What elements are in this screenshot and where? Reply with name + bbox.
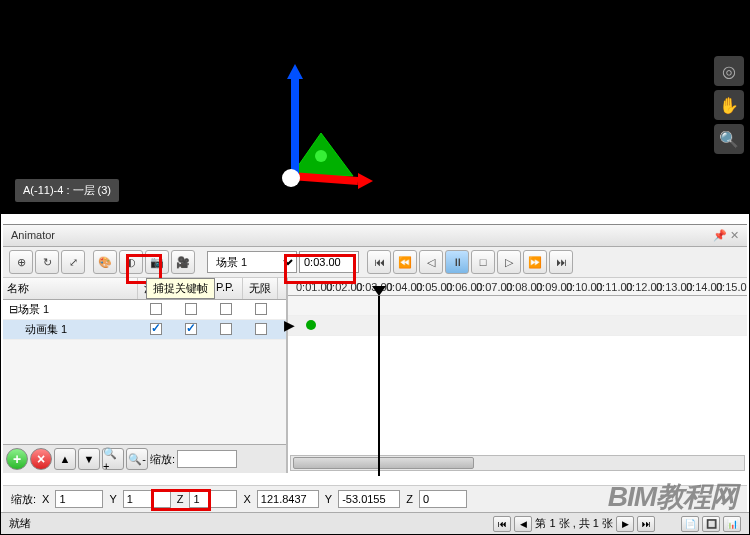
checkbox[interactable]: [150, 323, 162, 335]
cz-label: Z: [406, 493, 413, 505]
col-infinite: 无限: [243, 278, 278, 299]
svg-point-6: [282, 169, 300, 187]
zoom-in-button[interactable]: 🔍+: [102, 448, 124, 470]
checkbox[interactable]: [185, 323, 197, 335]
page-prev-button[interactable]: ◀: [514, 516, 532, 532]
cy-label: Y: [325, 493, 332, 505]
step-back-button[interactable]: ⏪: [393, 250, 417, 274]
orbit-icon[interactable]: ◎: [714, 56, 744, 86]
step-fwd-button[interactable]: ⏩: [523, 250, 547, 274]
pause-button[interactable]: ⏸: [445, 250, 469, 274]
timeline-panel: 0:01.000:02.000:03.000:04.000:05.000:06.…: [288, 278, 747, 473]
animator-toolbar: ⊕ ↻ ⤢ 🎨 ◐ 📷 🎥 场景 1 ⏮ ⏪ ◁ ⏸ □ ▷ ⏩ ⏭: [3, 247, 747, 278]
status-icon[interactable]: 🔲: [702, 516, 720, 532]
svg-marker-5: [287, 64, 303, 79]
stop-button[interactable]: □: [471, 250, 495, 274]
camera-button[interactable]: 🎥: [171, 250, 195, 274]
checkbox[interactable]: [255, 323, 267, 335]
status-ready: 就绪: [9, 516, 31, 531]
status-icon[interactable]: 📄: [681, 516, 699, 532]
center-y-input[interactable]: [338, 490, 400, 508]
color-button[interactable]: 🎨: [93, 250, 117, 274]
translate-button[interactable]: ⊕: [9, 250, 33, 274]
center-x-input[interactable]: [257, 490, 319, 508]
page-info: 第 1 张 , 共 1 张: [535, 516, 613, 531]
y-label: Y: [109, 493, 116, 505]
playhead[interactable]: [378, 296, 380, 476]
tree-row[interactable]: 动画集 1: [3, 320, 286, 340]
page-first-button[interactable]: ⏮: [493, 516, 511, 532]
pan-icon[interactable]: ✋: [714, 90, 744, 120]
end-button[interactable]: ⏭: [549, 250, 573, 274]
timeline-body[interactable]: ▶: [288, 296, 747, 453]
keyframe-marker[interactable]: [306, 320, 316, 330]
play-back-button[interactable]: ◁: [419, 250, 443, 274]
watermark: BIM教程网: [608, 478, 737, 516]
scale-button[interactable]: ⤢: [61, 250, 85, 274]
zoom-label: 缩放:: [150, 452, 175, 467]
cx-label: X: [243, 493, 250, 505]
page-last-button[interactable]: ⏭: [637, 516, 655, 532]
axis-gizmo: [273, 61, 403, 201]
rewind-button[interactable]: ⏮: [367, 250, 391, 274]
panel-title: Animator: [11, 229, 55, 242]
animator-panel: Animator 📌 ✕ ⊕ ↻ ⤢ 🎨 ◐ 📷 🎥 场景 1 ⏮ ⏪ ◁ ⏸ …: [3, 224, 747, 473]
scale-label: 缩放:: [11, 492, 36, 507]
page-next-button[interactable]: ▶: [616, 516, 634, 532]
status-icon[interactable]: 📊: [723, 516, 741, 532]
x-label: X: [42, 493, 49, 505]
move-down-button[interactable]: ▼: [78, 448, 100, 470]
add-button[interactable]: +: [6, 448, 28, 470]
highlight-box: [284, 254, 356, 284]
track-indicator-icon: ▶: [284, 317, 295, 333]
pager: ⏮ ◀ 第 1 张 , 共 1 张 ▶ ⏭ 📄 🔲 📊: [493, 516, 741, 532]
highlight-box: [151, 489, 211, 511]
timeline-scrollbar[interactable]: [290, 455, 745, 471]
close-icon[interactable]: ✕: [730, 229, 739, 241]
timeline-ruler[interactable]: 0:01.000:02.000:03.000:04.000:05.000:06.…: [288, 278, 747, 296]
checkbox[interactable]: [150, 303, 162, 315]
center-z-input[interactable]: [419, 490, 467, 508]
svg-marker-3: [358, 173, 373, 189]
tree-row[interactable]: ⊟场景 1: [3, 300, 286, 320]
tooltip: 捕捉关键帧: [146, 278, 215, 299]
checkbox[interactable]: [185, 303, 197, 315]
zoom-input[interactable]: [177, 450, 237, 468]
viewport-3d[interactable]: A(-11)-4 : 一层 (3) ◎ ✋ 🔍: [1, 1, 749, 214]
svg-line-2: [291, 176, 358, 181]
checkbox[interactable]: [255, 303, 267, 315]
svg-point-1: [315, 150, 327, 162]
scale-x-input[interactable]: [55, 490, 103, 508]
checkbox[interactable]: [220, 323, 232, 335]
track-row[interactable]: [288, 296, 747, 316]
zoom-icon[interactable]: 🔍: [714, 124, 744, 154]
play-button[interactable]: ▷: [497, 250, 521, 274]
zoom-out-button[interactable]: 🔍-: [126, 448, 148, 470]
tree-body: ⊟场景 1 动画集 1: [3, 300, 286, 444]
scene-tree-panel: 名称 活动 循 ... P.P. 无限 ⊟场景 1 动画集 1 + × ▲ ▼ …: [3, 278, 288, 473]
tree-toolbar: + × ▲ ▼ 🔍+ 🔍- 缩放:: [3, 444, 286, 473]
delete-button[interactable]: ×: [30, 448, 52, 470]
col-name: 名称: [3, 278, 138, 299]
checkbox[interactable]: [220, 303, 232, 315]
playhead-marker-icon[interactable]: [372, 286, 386, 296]
pin-icon[interactable]: 📌: [713, 229, 727, 241]
track-row[interactable]: [288, 316, 747, 336]
move-up-button[interactable]: ▲: [54, 448, 76, 470]
panel-title-bar: Animator 📌 ✕: [3, 225, 747, 247]
view-label: A(-11)-4 : 一层 (3): [15, 179, 119, 202]
rotate-button[interactable]: ↻: [35, 250, 59, 274]
